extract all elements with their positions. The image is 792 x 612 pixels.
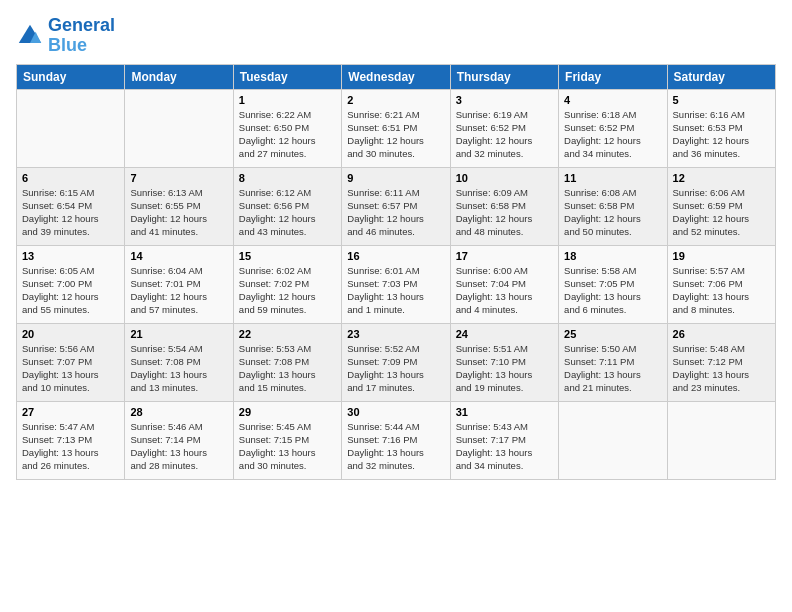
calendar-day-8: 8Sunrise: 6:12 AM Sunset: 6:56 PM Daylig… [233,167,341,245]
day-number: 2 [347,94,444,106]
day-number: 19 [673,250,770,262]
day-info: Sunrise: 6:22 AM Sunset: 6:50 PM Dayligh… [239,108,336,161]
day-number: 3 [456,94,553,106]
calendar-day-2: 2Sunrise: 6:21 AM Sunset: 6:51 PM Daylig… [342,89,450,167]
day-info: Sunrise: 6:06 AM Sunset: 6:59 PM Dayligh… [673,186,770,239]
calendar-day-7: 7Sunrise: 6:13 AM Sunset: 6:55 PM Daylig… [125,167,233,245]
day-number: 27 [22,406,119,418]
calendar-day-1: 1Sunrise: 6:22 AM Sunset: 6:50 PM Daylig… [233,89,341,167]
day-info: Sunrise: 6:13 AM Sunset: 6:55 PM Dayligh… [130,186,227,239]
day-number: 14 [130,250,227,262]
calendar-day-12: 12Sunrise: 6:06 AM Sunset: 6:59 PM Dayli… [667,167,775,245]
day-info: Sunrise: 6:05 AM Sunset: 7:00 PM Dayligh… [22,264,119,317]
day-info: Sunrise: 6:16 AM Sunset: 6:53 PM Dayligh… [673,108,770,161]
day-number: 26 [673,328,770,340]
calendar-day-31: 31Sunrise: 5:43 AM Sunset: 7:17 PM Dayli… [450,401,558,479]
calendar-day-27: 27Sunrise: 5:47 AM Sunset: 7:13 PM Dayli… [17,401,125,479]
calendar-week-row: 20Sunrise: 5:56 AM Sunset: 7:07 PM Dayli… [17,323,776,401]
day-number: 13 [22,250,119,262]
calendar-day-6: 6Sunrise: 6:15 AM Sunset: 6:54 PM Daylig… [17,167,125,245]
calendar-week-row: 27Sunrise: 5:47 AM Sunset: 7:13 PM Dayli… [17,401,776,479]
day-number: 31 [456,406,553,418]
weekday-header-row: SundayMondayTuesdayWednesdayThursdayFrid… [17,64,776,89]
calendar-day-24: 24Sunrise: 5:51 AM Sunset: 7:10 PM Dayli… [450,323,558,401]
day-number: 16 [347,250,444,262]
day-number: 18 [564,250,661,262]
weekday-header-sunday: Sunday [17,64,125,89]
day-number: 6 [22,172,119,184]
day-number: 9 [347,172,444,184]
calendar-day-21: 21Sunrise: 5:54 AM Sunset: 7:08 PM Dayli… [125,323,233,401]
day-info: Sunrise: 6:00 AM Sunset: 7:04 PM Dayligh… [456,264,553,317]
weekday-header-wednesday: Wednesday [342,64,450,89]
day-info: Sunrise: 5:50 AM Sunset: 7:11 PM Dayligh… [564,342,661,395]
calendar-day-17: 17Sunrise: 6:00 AM Sunset: 7:04 PM Dayli… [450,245,558,323]
calendar-day-22: 22Sunrise: 5:53 AM Sunset: 7:08 PM Dayli… [233,323,341,401]
calendar-table: SundayMondayTuesdayWednesdayThursdayFrid… [16,64,776,480]
calendar-day-11: 11Sunrise: 6:08 AM Sunset: 6:58 PM Dayli… [559,167,667,245]
calendar-day-3: 3Sunrise: 6:19 AM Sunset: 6:52 PM Daylig… [450,89,558,167]
day-info: Sunrise: 5:43 AM Sunset: 7:17 PM Dayligh… [456,420,553,473]
day-info: Sunrise: 5:53 AM Sunset: 7:08 PM Dayligh… [239,342,336,395]
day-number: 10 [456,172,553,184]
calendar-day-9: 9Sunrise: 6:11 AM Sunset: 6:57 PM Daylig… [342,167,450,245]
logo-text: General Blue [48,16,115,56]
day-number: 23 [347,328,444,340]
day-info: Sunrise: 6:15 AM Sunset: 6:54 PM Dayligh… [22,186,119,239]
weekday-header-friday: Friday [559,64,667,89]
day-info: Sunrise: 5:47 AM Sunset: 7:13 PM Dayligh… [22,420,119,473]
day-info: Sunrise: 5:46 AM Sunset: 7:14 PM Dayligh… [130,420,227,473]
calendar-empty-cell [125,89,233,167]
calendar-week-row: 6Sunrise: 6:15 AM Sunset: 6:54 PM Daylig… [17,167,776,245]
calendar-day-23: 23Sunrise: 5:52 AM Sunset: 7:09 PM Dayli… [342,323,450,401]
day-info: Sunrise: 6:04 AM Sunset: 7:01 PM Dayligh… [130,264,227,317]
day-number: 28 [130,406,227,418]
calendar-day-29: 29Sunrise: 5:45 AM Sunset: 7:15 PM Dayli… [233,401,341,479]
day-info: Sunrise: 5:58 AM Sunset: 7:05 PM Dayligh… [564,264,661,317]
weekday-header-thursday: Thursday [450,64,558,89]
day-number: 15 [239,250,336,262]
day-number: 22 [239,328,336,340]
weekday-header-monday: Monday [125,64,233,89]
day-number: 4 [564,94,661,106]
day-number: 17 [456,250,553,262]
calendar-day-15: 15Sunrise: 6:02 AM Sunset: 7:02 PM Dayli… [233,245,341,323]
day-info: Sunrise: 6:01 AM Sunset: 7:03 PM Dayligh… [347,264,444,317]
day-number: 29 [239,406,336,418]
day-number: 20 [22,328,119,340]
weekday-header-saturday: Saturday [667,64,775,89]
calendar-day-28: 28Sunrise: 5:46 AM Sunset: 7:14 PM Dayli… [125,401,233,479]
day-info: Sunrise: 5:44 AM Sunset: 7:16 PM Dayligh… [347,420,444,473]
day-info: Sunrise: 6:12 AM Sunset: 6:56 PM Dayligh… [239,186,336,239]
day-info: Sunrise: 5:52 AM Sunset: 7:09 PM Dayligh… [347,342,444,395]
calendar-day-30: 30Sunrise: 5:44 AM Sunset: 7:16 PM Dayli… [342,401,450,479]
day-info: Sunrise: 6:18 AM Sunset: 6:52 PM Dayligh… [564,108,661,161]
day-info: Sunrise: 6:02 AM Sunset: 7:02 PM Dayligh… [239,264,336,317]
calendar-empty-cell [559,401,667,479]
day-info: Sunrise: 5:51 AM Sunset: 7:10 PM Dayligh… [456,342,553,395]
calendar-empty-cell [667,401,775,479]
day-info: Sunrise: 5:54 AM Sunset: 7:08 PM Dayligh… [130,342,227,395]
day-number: 1 [239,94,336,106]
calendar-day-18: 18Sunrise: 5:58 AM Sunset: 7:05 PM Dayli… [559,245,667,323]
day-info: Sunrise: 6:21 AM Sunset: 6:51 PM Dayligh… [347,108,444,161]
weekday-header-tuesday: Tuesday [233,64,341,89]
day-number: 30 [347,406,444,418]
day-number: 25 [564,328,661,340]
calendar-day-19: 19Sunrise: 5:57 AM Sunset: 7:06 PM Dayli… [667,245,775,323]
calendar-day-13: 13Sunrise: 6:05 AM Sunset: 7:00 PM Dayli… [17,245,125,323]
day-info: Sunrise: 5:56 AM Sunset: 7:07 PM Dayligh… [22,342,119,395]
calendar-day-5: 5Sunrise: 6:16 AM Sunset: 6:53 PM Daylig… [667,89,775,167]
day-number: 8 [239,172,336,184]
day-info: Sunrise: 6:08 AM Sunset: 6:58 PM Dayligh… [564,186,661,239]
calendar-week-row: 1Sunrise: 6:22 AM Sunset: 6:50 PM Daylig… [17,89,776,167]
calendar-day-16: 16Sunrise: 6:01 AM Sunset: 7:03 PM Dayli… [342,245,450,323]
day-number: 24 [456,328,553,340]
day-number: 7 [130,172,227,184]
calendar-day-10: 10Sunrise: 6:09 AM Sunset: 6:58 PM Dayli… [450,167,558,245]
calendar-day-20: 20Sunrise: 5:56 AM Sunset: 7:07 PM Dayli… [17,323,125,401]
calendar-day-26: 26Sunrise: 5:48 AM Sunset: 7:12 PM Dayli… [667,323,775,401]
calendar-day-25: 25Sunrise: 5:50 AM Sunset: 7:11 PM Dayli… [559,323,667,401]
day-number: 12 [673,172,770,184]
calendar-empty-cell [17,89,125,167]
